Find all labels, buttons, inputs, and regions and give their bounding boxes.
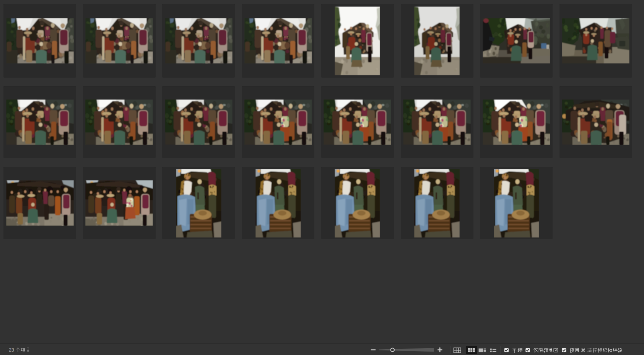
svg-text:23: 23 [9, 347, 14, 353]
